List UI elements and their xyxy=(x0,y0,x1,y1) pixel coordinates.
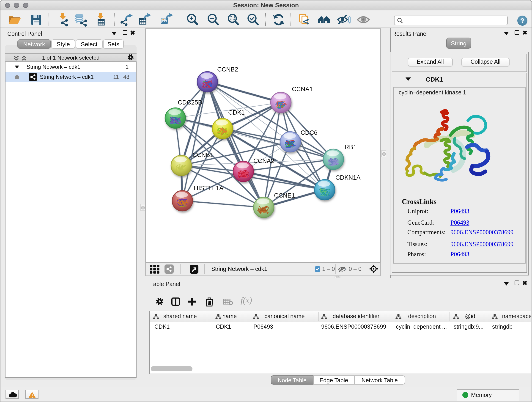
svg-text:CCNB2: CCNB2 xyxy=(217,66,238,73)
svg-text:CCNA2: CCNA2 xyxy=(253,157,274,164)
svg-text:CCNA1: CCNA1 xyxy=(292,86,313,93)
svg-text:CCNB1: CCNB1 xyxy=(192,152,214,158)
svg-text:CDC25B: CDC25B xyxy=(178,99,202,106)
svg-text:CCNE1: CCNE1 xyxy=(274,192,295,199)
svg-text:CDK1: CDK1 xyxy=(228,109,245,116)
svg-text:CDC6: CDC6 xyxy=(301,129,317,136)
svg-text:CDKN1A: CDKN1A xyxy=(336,174,361,181)
svg-text:HIST1H1A: HIST1H1A xyxy=(194,185,223,191)
svg-text:RB1: RB1 xyxy=(345,144,357,151)
